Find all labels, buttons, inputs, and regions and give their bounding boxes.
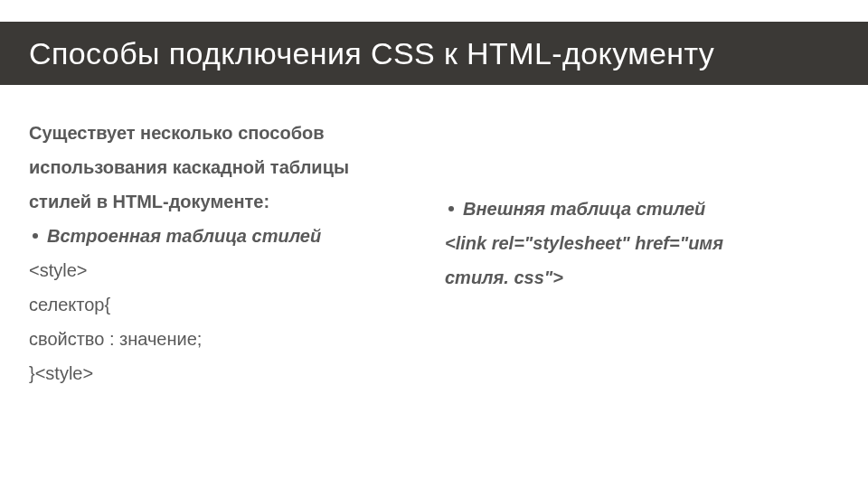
bullet-external-style: Внешняя таблица стилей [445, 192, 843, 226]
intro-line-2: использования каскадной таблицы [29, 150, 427, 184]
code-property: свойство : значение; [29, 322, 427, 356]
bullet-inline-label: Встроенная таблица стилей [47, 219, 321, 253]
slide-title: Способы подключения CSS к HTML-документу [29, 36, 714, 71]
right-column: Внешняя таблица стилей <link rel="styles… [445, 116, 843, 390]
link-code-line-1: <link rel="stylesheet" href="имя [445, 226, 843, 260]
code-open-tag: <style> [29, 253, 427, 287]
bullet-dot-icon [33, 233, 38, 239]
code-selector-open: селектор{ [29, 287, 427, 322]
intro-line-1: Существует несколько способов [29, 116, 427, 150]
link-code-line-2: стиля. css"> [445, 260, 843, 295]
intro-line-3: стилей в HTML-документе: [29, 184, 427, 219]
title-bar: Способы подключения CSS к HTML-документу [0, 22, 868, 85]
bullet-dot-icon [448, 206, 454, 211]
code-close: }<style> [29, 356, 427, 390]
left-column: Существует несколько способов использова… [29, 116, 427, 390]
bullet-inline-style: Встроенная таблица стилей [29, 219, 427, 253]
bullet-external-label: Внешняя таблица стилей [463, 192, 705, 226]
content-area: Существует несколько способов использова… [29, 116, 843, 390]
